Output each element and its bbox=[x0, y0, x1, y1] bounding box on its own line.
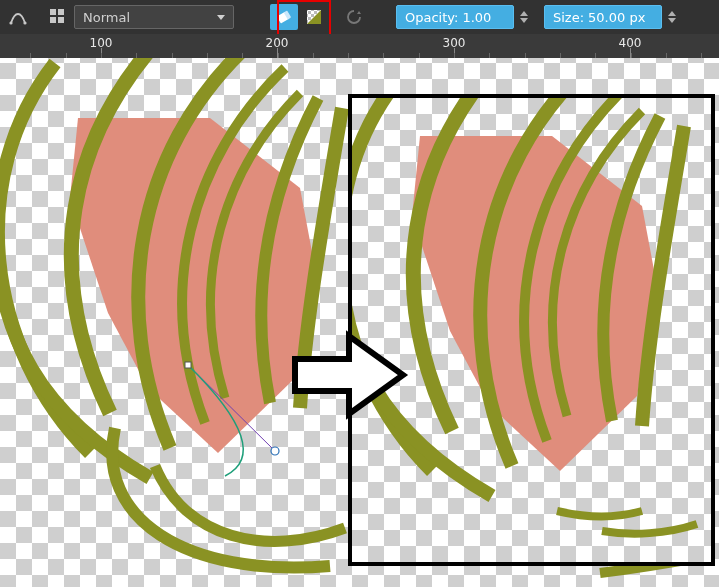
options-toolbar: Normal Opacity: 1.00 bbox=[0, 0, 719, 34]
before-after-arrow-icon bbox=[289, 328, 409, 422]
chevron-up-icon bbox=[668, 11, 676, 16]
alpha-lock-button[interactable] bbox=[300, 4, 328, 30]
svg-rect-4 bbox=[50, 17, 56, 23]
opacity-value: 1.00 bbox=[462, 10, 491, 25]
svg-rect-2 bbox=[50, 9, 56, 15]
svg-point-14 bbox=[271, 447, 279, 455]
blend-mode-dropdown[interactable]: Normal bbox=[74, 5, 234, 29]
curve-tool-icon[interactable] bbox=[4, 4, 32, 30]
size-field[interactable]: Size: 50.00 px bbox=[544, 5, 662, 29]
svg-rect-5 bbox=[58, 17, 64, 23]
separator bbox=[333, 4, 335, 30]
size-value: 50.00 px bbox=[588, 10, 645, 25]
opacity-field[interactable]: Opacity: 1.00 bbox=[396, 5, 514, 29]
chevron-down-icon bbox=[520, 18, 528, 23]
size-spin-buttons[interactable] bbox=[666, 5, 678, 29]
canvas-viewport[interactable] bbox=[0, 58, 719, 587]
svg-point-1 bbox=[23, 21, 26, 24]
eraser-mode-button[interactable] bbox=[270, 4, 298, 30]
chevron-down-icon bbox=[668, 18, 676, 23]
size-label: Size: bbox=[553, 10, 584, 25]
separator bbox=[239, 4, 241, 30]
chevron-down-icon bbox=[217, 15, 225, 20]
blend-mode-label: Normal bbox=[83, 10, 130, 25]
separator bbox=[373, 4, 375, 30]
reload-presets-icon[interactable] bbox=[340, 4, 368, 30]
opacity-spin-buttons[interactable] bbox=[518, 5, 530, 29]
edit-brush-settings-icon[interactable] bbox=[44, 4, 72, 30]
separator bbox=[37, 4, 39, 30]
chevron-up-icon bbox=[520, 11, 528, 16]
svg-rect-13 bbox=[185, 362, 191, 368]
horizontal-ruler: 100200300400 bbox=[0, 34, 719, 58]
svg-point-0 bbox=[9, 21, 12, 24]
opacity-label: Opacity: bbox=[405, 10, 458, 25]
svg-rect-3 bbox=[58, 9, 64, 15]
